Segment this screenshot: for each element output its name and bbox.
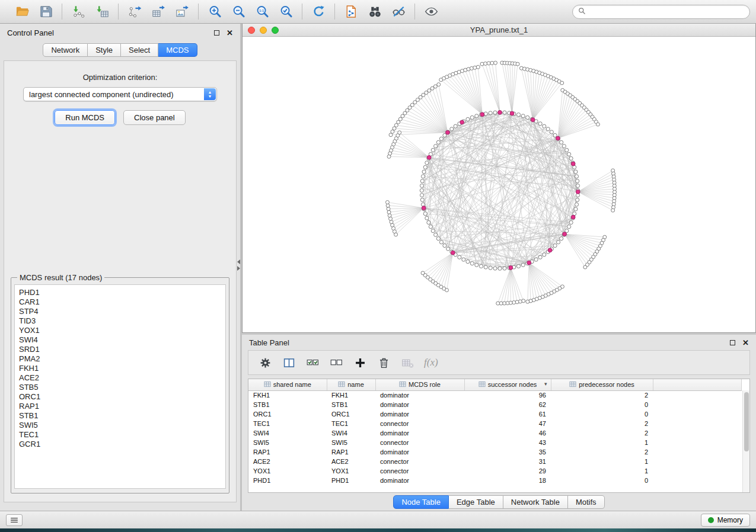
mcds-result-item[interactable]: ACE2 [19,373,221,383]
table-cell[interactable]: dominator [375,428,464,438]
close-panel-icon[interactable]: ✕ [227,29,233,37]
table-cell[interactable]: STB1 [248,400,327,409]
close-panel-button[interactable]: Close panel [123,110,186,125]
table-row[interactable]: ACE2ACE2connector311 [248,457,742,466]
table-cell[interactable]: 1 [551,438,653,447]
tab-node-table[interactable]: Node Table [393,495,449,509]
table-cell[interactable]: connector [375,466,464,476]
table-cell[interactable]: YOX1 [248,466,327,476]
close-window-icon[interactable] [248,27,255,34]
column-header-MCDS-role[interactable]: MCDS role [375,379,464,390]
table-cell[interactable]: 46 [464,428,551,438]
table-row[interactable]: SWI5SWI5connector431 [248,438,742,447]
table-cell[interactable]: 31 [464,457,551,466]
maximize-window-icon[interactable] [272,27,279,34]
table-cell[interactable]: dominator [375,447,464,457]
export-network-icon[interactable] [124,3,145,21]
mcds-result-list[interactable]: PHD1CAR1STP4TID3YOX1SWI4SRD1PMA2FKH1ACE2… [14,284,226,489]
mcds-result-item[interactable]: CAR1 [19,297,221,307]
table-disabled-icon[interactable] [398,354,417,371]
table-row[interactable]: RAP1RAP1dominator352 [248,447,742,457]
select-all-icon[interactable] [303,354,322,371]
show-details-icon[interactable] [420,3,442,21]
table-cell[interactable]: 2 [551,447,653,457]
column-header-predecessor-nodes[interactable]: predecessor nodes [551,379,653,390]
table-cell[interactable]: TEC1 [248,419,327,428]
zoom-in-icon[interactable] [204,3,225,21]
tab-mcds[interactable]: MCDS [158,43,197,57]
table-cell[interactable]: SWI4 [248,428,327,438]
table-cell[interactable]: 29 [464,466,551,476]
table-cell[interactable]: dominator [375,390,464,400]
float-panel-icon[interactable] [214,30,219,36]
mcds-result-item[interactable]: SWI4 [19,335,221,345]
table-cell[interactable]: 47 [464,419,551,428]
table-row[interactable]: SWI4SWI4dominator462 [248,428,742,438]
table-cell[interactable]: connector [375,457,464,466]
table-cell[interactable]: connector [375,419,464,428]
table-cell[interactable]: RAP1 [327,447,375,457]
table-scrollbar[interactable] [742,390,749,492]
table-cell[interactable]: dominator [375,476,464,485]
minimize-window-icon[interactable] [260,27,267,34]
table-cell[interactable]: 2 [551,390,653,400]
tab-style[interactable]: Style [88,43,121,57]
mcds-result-item[interactable]: ORC1 [19,392,221,402]
optimization-criterion-select[interactable]: largest connected component (undirected)… [23,87,217,101]
mcds-result-item[interactable]: TEC1 [19,430,221,440]
add-row-icon[interactable] [350,354,369,371]
table-cell[interactable]: 43 [464,438,551,447]
mcds-result-item[interactable]: STP4 [19,307,221,316]
settings-icon[interactable] [256,354,275,371]
panel-splitter[interactable] [240,24,242,511]
table-row[interactable]: TEC1TEC1connector472 [248,419,742,428]
refresh-icon[interactable] [308,3,329,21]
mcds-result-item[interactable]: TID3 [19,316,221,326]
tab-select[interactable]: Select [121,43,158,57]
search-box[interactable] [572,5,750,19]
float-table-panel-icon[interactable] [730,340,735,345]
column-header-shared-name[interactable]: shared name [248,379,327,390]
table-cell[interactable]: dominator [375,409,464,419]
zoom-fit-icon[interactable] [275,3,296,21]
columns-icon[interactable] [279,354,298,371]
table-cell[interactable]: YOX1 [327,466,375,476]
table-cell[interactable]: 1 [551,457,653,466]
table-cell[interactable]: 96 [464,390,551,400]
mcds-result-item[interactable]: SWI5 [19,421,221,430]
open-session-icon[interactable] [11,3,33,21]
table-cell[interactable]: 0 [551,400,653,409]
table-cell[interactable]: ORC1 [248,409,327,419]
mcds-result-item[interactable]: GCR1 [19,440,221,449]
table-cell[interactable]: 61 [464,409,551,419]
table-cell[interactable]: PHD1 [327,476,375,485]
deselect-all-icon[interactable] [327,354,346,371]
function-builder-icon[interactable]: f(x) [422,357,441,368]
save-session-icon[interactable] [35,3,56,21]
search-input[interactable] [589,8,744,16]
table-cell[interactable]: ORC1 [327,409,375,419]
find-network-icon[interactable] [364,3,385,21]
zoom-out-icon[interactable] [228,3,249,21]
table-cell[interactable]: 2 [551,419,653,428]
table-cell[interactable]: ACE2 [248,457,327,466]
scrollbar-thumb[interactable] [744,392,749,451]
hide-details-icon[interactable] [388,3,409,21]
table-cell[interactable]: connector [375,438,464,447]
table-cell[interactable]: 0 [551,476,653,485]
import-table-icon[interactable] [91,3,113,21]
delete-row-icon[interactable] [374,354,393,371]
mcds-result-item[interactable]: FKH1 [19,364,221,373]
export-table-icon[interactable] [148,3,169,21]
tab-motifs[interactable]: Motifs [568,495,605,509]
close-table-panel-icon[interactable]: ✕ [742,339,749,347]
column-header-name[interactable]: name [327,379,375,390]
table-cell[interactable]: 2 [551,428,653,438]
zoom-actual-icon[interactable]: 1:1 [251,3,273,21]
network-graph[interactable] [243,37,755,332]
table-row[interactable]: PHD1PHD1dominator180 [248,476,742,485]
table-cell[interactable]: PHD1 [248,476,327,485]
table-row[interactable]: YOX1YOX1connector291 [248,466,742,476]
table-cell[interactable]: 62 [464,400,551,409]
tab-edge-table[interactable]: Edge Table [449,495,503,509]
